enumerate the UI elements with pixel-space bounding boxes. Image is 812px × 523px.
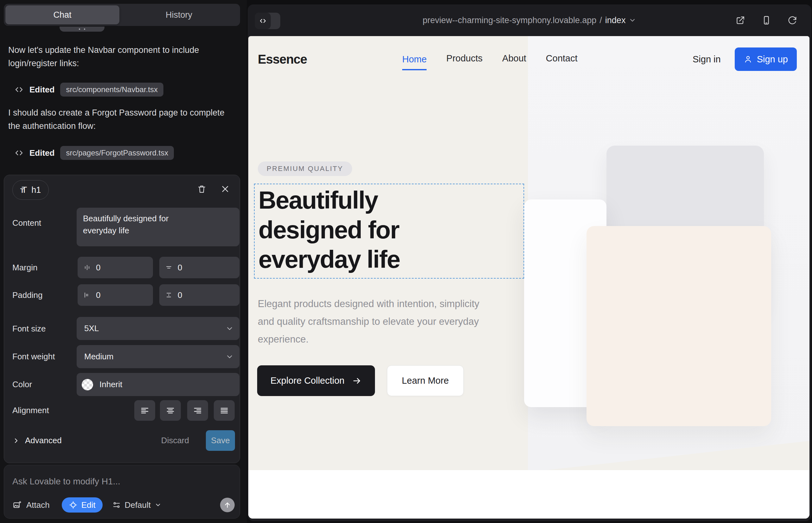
margin-horizontal-icon [83,264,91,271]
padding-vertical-icon [165,291,173,299]
nav-link-contact[interactable]: Contact [546,53,578,66]
padding-horizontal-icon [83,291,91,299]
explore-collection-label: Explore Collection [270,376,345,386]
site-preview-viewport: Essence Home Products About Contact Sign… [248,36,810,519]
delete-element-button[interactable] [195,182,209,196]
heading-line: everyday life [259,245,524,274]
mode-selector[interactable]: Default [112,500,161,510]
arrow-up-icon [223,501,231,509]
typography-icon: TT [20,185,27,195]
attach-label: Attach [26,500,50,510]
edited-file-row: Edited src/components/Navbar.tsx [14,83,163,96]
heading-line: designed for [259,215,524,245]
color-picker-field[interactable]: Inherit [77,373,240,396]
mobile-view-button[interactable] [759,13,773,27]
trash-icon [197,184,207,194]
hero-heading[interactable]: Beautifully designed for everyday life [254,184,524,274]
color-label: Color [12,380,32,390]
refresh-icon [788,16,797,25]
preview-domain: preview--charming-site-symphony.lovable.… [423,16,597,25]
lovable-sidebar: Chat History Now let's update the Navbar… [0,0,247,523]
heading-line: Beautifully [259,185,524,215]
send-button[interactable] [220,498,235,512]
align-left-button[interactable] [134,400,155,421]
content-label: Content [12,218,41,228]
edited-label: Edited [30,148,54,158]
content-line: everyday life [83,226,129,235]
arrow-right-icon [352,376,362,385]
composer-placeholder: Ask Lovable to modify H1... [12,476,120,487]
alignment-label: Alignment [12,405,49,415]
sign-in-link[interactable]: Sign in [693,54,721,65]
chevron-down-icon [226,325,234,333]
edited-label: Edited [30,85,54,95]
align-justify-icon [219,406,229,415]
selected-h1-outline[interactable]: Beautifully designed for everyday life [254,184,524,278]
font-size-label: Font size [12,324,46,334]
element-tag-label: h1 [31,185,41,195]
close-icon [221,184,230,194]
align-justify-button[interactable] [214,400,235,421]
margin-vertical-icon [165,264,173,271]
edit-mode-button[interactable]: Edit [62,497,103,512]
attach-button[interactable]: Attach [12,500,50,510]
font-weight-value: Medium [84,352,113,362]
chevron-down-icon [226,353,234,361]
open-in-new-tab-button[interactable] [734,13,747,27]
mobile-phone-icon [761,15,772,25]
advanced-toggle[interactable]: Advanced [12,430,62,451]
preview-url-bar[interactable]: preview--charming-site-symphony.lovable.… [248,4,811,36]
chat-history-tabs: Chat History [4,4,240,26]
save-button[interactable]: Save [206,430,235,451]
chat-composer[interactable]: Ask Lovable to modify H1... Attach Edit … [4,465,240,519]
element-editor-panel: TT h1 Content Beautifully designed for e… [4,175,240,463]
nav-link-about[interactable]: About [502,53,526,66]
margin-x-input[interactable]: 0 [77,257,153,278]
external-link-icon [735,15,745,25]
attach-image-icon [12,500,22,510]
scrolled-out-chip [59,26,105,32]
mode-label: Default [125,500,151,510]
margin-y-value: 0 [178,263,182,273]
learn-more-button[interactable]: Learn More [387,365,464,396]
nav-link-products[interactable]: Products [446,53,482,66]
align-center-button[interactable] [160,400,181,421]
file-chip[interactable]: src/pages/ForgotPassword.tsx [60,146,174,160]
sign-up-button[interactable]: Sign up [735,48,797,71]
sign-up-label: Sign up [757,54,788,65]
assistant-message: Now let's update the Navbar component to… [8,44,228,70]
url-separator: / [600,16,602,25]
sliders-icon [112,501,121,509]
margin-label: Margin [12,263,37,273]
decor-card-cream [586,226,771,426]
padding-x-value: 0 [96,290,100,300]
hero-badge: PREMIUM QUALITY [258,161,352,176]
tab-history[interactable]: History [119,5,239,24]
preview-route[interactable]: index [605,16,626,25]
tab-chat[interactable]: Chat [5,5,119,24]
padding-y-value: 0 [178,290,182,300]
align-right-button[interactable] [187,400,208,421]
margin-y-input[interactable]: 0 [159,257,240,278]
nav-link-home[interactable]: Home [402,54,427,70]
user-icon [744,55,753,64]
chevron-right-icon [12,437,20,445]
padding-x-input[interactable]: 0 [77,284,153,306]
align-center-icon [166,406,175,415]
align-left-icon [140,406,149,415]
refresh-button[interactable] [785,13,799,27]
edited-file-row: Edited src/pages/ForgotPassword.tsx [14,146,174,160]
align-right-icon [193,406,202,415]
explore-collection-button[interactable]: Explore Collection [257,365,375,396]
discard-button[interactable]: Discard [161,430,189,451]
font-weight-select[interactable]: Medium [77,345,240,368]
chevron-down-icon [155,502,161,508]
file-chip[interactable]: src/components/Navbar.tsx [60,83,163,96]
close-editor-button[interactable] [218,182,232,196]
padding-y-input[interactable]: 0 [159,284,240,306]
content-textarea[interactable]: Beautifully designed for everyday life [77,208,240,246]
color-value: Inherit [100,380,122,390]
font-size-select[interactable]: 5XL [77,317,240,340]
edit-label: Edit [82,500,96,510]
site-logo[interactable]: Essence [258,36,307,82]
